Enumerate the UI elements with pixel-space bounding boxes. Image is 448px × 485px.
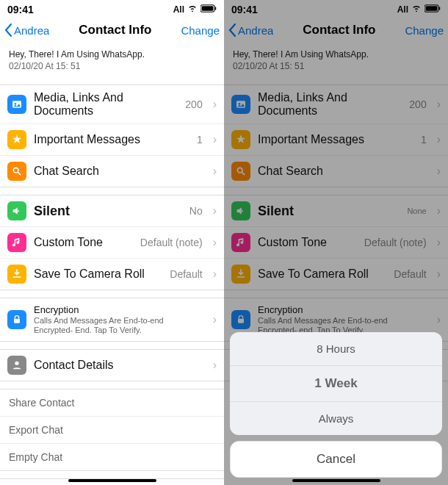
chevron-icon: › — [213, 267, 217, 281]
share-label: Share Contact — [9, 397, 215, 409]
encryption-sub: Calls And Messages Are End-to-end Encryp… — [34, 316, 203, 335]
row-silent[interactable]: Silent No › — [0, 195, 224, 227]
row-save[interactable]: Save To Camera Roll Default › — [0, 259, 224, 290]
row-media[interactable]: Media, Links And Documents 200 › — [0, 85, 224, 124]
about-text: Hey, There! I Am Using WhatsApp. — [9, 49, 215, 60]
option-always[interactable]: Always — [230, 402, 442, 435]
edit-button[interactable]: Change — [181, 24, 220, 37]
option-1week[interactable]: 1 Week — [230, 366, 442, 402]
group-settings: Silent No › Custom Tone Default (note) ›… — [0, 195, 224, 290]
phone-right: 09:41 All Andrea Contact Info Change Hey… — [224, 0, 448, 485]
phone-left: 09:41 All Andrea Contact Info Change Hey… — [0, 0, 224, 485]
row-tone[interactable]: Custom Tone Default (note) › — [0, 227, 224, 259]
cancel-button[interactable]: Cancel — [230, 441, 442, 478]
carrier-label: All — [173, 4, 184, 15]
action-sheet: 8 Hours 1 Week Always Cancel — [230, 332, 442, 478]
home-indicator — [68, 479, 156, 482]
about-section: Hey, There! I Am Using WhatsApp. 02/10/2… — [0, 45, 224, 77]
svg-point-4 — [15, 103, 17, 105]
speaker-icon — [7, 201, 26, 220]
status-time: 09:41 — [7, 4, 173, 15]
chevron-icon: › — [213, 204, 217, 218]
important-value: 1 — [197, 134, 203, 146]
media-label: Media, Links And Documents — [34, 91, 178, 118]
option-8hours[interactable]: 8 Hours — [230, 332, 442, 366]
chevron-icon: › — [213, 133, 217, 146]
star-icon — [7, 130, 26, 149]
tone-value: Default (note) — [140, 237, 203, 248]
status-right: All — [173, 3, 217, 15]
group-actions: Share Contact Export Chat Empty Chat — [0, 389, 224, 471]
nav-bar: Andrea Contact Info Change — [0, 17, 224, 45]
chevron-icon: › — [213, 236, 217, 249]
back-label: Andrea — [14, 24, 49, 37]
sheet-options: 8 Hours 1 Week Always — [230, 332, 442, 435]
row-encryption[interactable]: Encryption Calls And Messages Are End-to… — [0, 298, 224, 341]
status-bar: 09:41 All — [0, 0, 224, 17]
tone-label: Custom Tone — [34, 236, 133, 249]
back-button[interactable]: Andrea — [4, 24, 49, 37]
photo-icon — [7, 95, 26, 114]
row-share[interactable]: Share Contact — [0, 389, 224, 417]
wifi-icon — [187, 3, 198, 15]
battery-icon — [200, 4, 217, 15]
media-value: 200 — [185, 98, 202, 110]
row-important[interactable]: Important Messages 1 › — [0, 124, 224, 156]
page-title: Contact Info — [79, 23, 151, 37]
export-label: Export Chat — [9, 424, 215, 436]
important-label: Important Messages — [34, 133, 189, 146]
group-details: Contact Details › — [0, 349, 224, 381]
row-search[interactable]: Chat Search › — [0, 156, 224, 187]
svg-rect-1 — [202, 6, 214, 10]
row-details[interactable]: Contact Details › — [0, 350, 224, 381]
lock-icon — [7, 310, 26, 329]
svg-point-7 — [15, 362, 18, 365]
download-icon — [7, 265, 26, 284]
group-encryption: Encryption Calls And Messages Are End-to… — [0, 298, 224, 342]
chevron-icon: › — [213, 165, 217, 178]
search-label: Chat Search — [34, 165, 203, 178]
content: Hey, There! I Am Using WhatsApp. 02/10/2… — [0, 45, 224, 485]
person-icon — [7, 356, 26, 375]
svg-rect-6 — [14, 319, 20, 323]
chevron-icon: › — [213, 313, 217, 326]
music-icon — [7, 233, 26, 252]
row-empty[interactable]: Empty Chat — [0, 444, 224, 470]
save-value: Default — [170, 268, 202, 280]
silent-label: Silent — [34, 204, 182, 219]
encryption-label: Encryption — [34, 304, 203, 315]
row-export[interactable]: Export Chat — [0, 417, 224, 444]
group-media: Media, Links And Documents 200 › Importa… — [0, 85, 224, 187]
svg-rect-2 — [215, 7, 217, 10]
search-icon — [7, 162, 26, 181]
chevron-icon: › — [213, 98, 217, 111]
details-label: Contact Details — [34, 359, 203, 372]
save-label: Save To Camera Roll — [34, 267, 162, 281]
empty-label: Empty Chat — [9, 451, 215, 463]
about-date: 02/10/20 At 15: 51 — [9, 61, 215, 71]
silent-value: No — [189, 205, 203, 217]
chevron-icon: › — [213, 359, 217, 372]
